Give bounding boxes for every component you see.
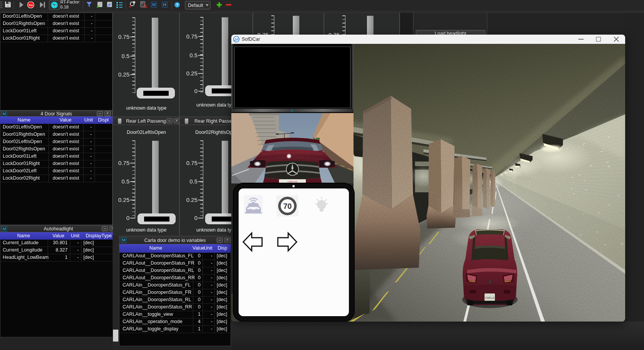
svg-text:SofDCar: SofDCar	[242, 37, 260, 42]
svg-text:ZF: ZF	[234, 38, 239, 42]
svg-text:Stop: Stop	[28, 4, 33, 6]
svg-text:RT-Factor:: RT-Factor:	[60, 0, 80, 4]
svg-text:?: ?	[176, 3, 179, 7]
svg-text:Default: Default	[188, 3, 203, 8]
svg-text:70: 70	[283, 202, 292, 210]
svg-text:California: California	[287, 180, 297, 183]
svg-text:M: M	[152, 2, 156, 7]
svg-text:0.18: 0.18	[60, 5, 68, 9]
svg-text:H: H	[163, 2, 166, 7]
